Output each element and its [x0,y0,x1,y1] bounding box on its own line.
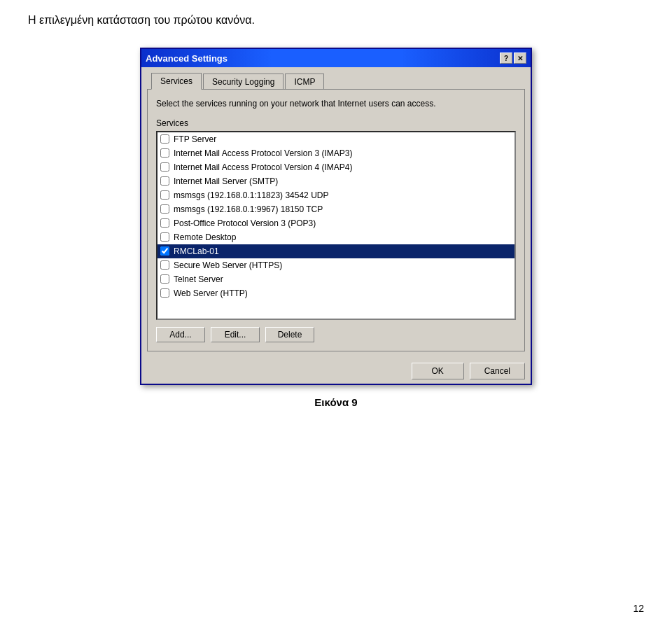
service-checkbox[interactable] [160,204,169,214]
tab-security-logging[interactable]: Security Logging [203,74,284,89]
service-label: Internet Mail Access Protocol Version 3 … [174,148,352,158]
services-tab-panel: Select the services running on your netw… [147,89,525,351]
service-checkbox[interactable] [160,148,169,158]
service-label: msmsgs (192.168.0.1:11823) 34542 UDP [174,190,328,200]
close-button[interactable]: ✕ [514,53,526,64]
service-checkbox[interactable] [160,190,169,200]
service-label: Internet Mail Server (SMTP) [174,176,278,186]
title-bar-buttons: ? ✕ [500,53,526,64]
cancel-button[interactable]: Cancel [470,363,525,379]
advanced-settings-dialog: Advanced Settings ? ✕ Services Security … [140,48,532,385]
tab-bar: Services Security Logging ICMP [147,73,525,89]
delete-button[interactable]: Delete [265,327,314,342]
service-label: Secure Web Server (HTTPS) [174,260,282,270]
service-checkbox[interactable] [160,162,169,172]
services-listbox[interactable]: FTP ServerInternet Mail Access Protocol … [156,131,516,320]
service-label: FTP Server [174,134,216,144]
ok-cancel-row: OK Cancel [141,357,531,384]
service-label: Web Server (HTTP) [174,288,248,298]
service-checkbox[interactable] [160,288,169,298]
service-checkbox[interactable] [160,260,169,270]
list-item[interactable]: Remote Desktop [158,230,514,244]
dialog-content: Services Security Logging ICMP Select th… [141,67,531,357]
service-checkbox[interactable] [160,246,169,256]
panel-description: Select the services running on your netw… [156,98,516,110]
dialog-title: Advanced Settings [146,53,227,64]
service-checkbox[interactable] [160,134,169,144]
service-label: msmsgs (192.168.0.1:9967) 18150 TCP [174,204,323,214]
section-label: Services [156,118,516,128]
service-label: Internet Mail Access Protocol Version 4 … [174,162,352,172]
page-number: 12 [633,603,644,614]
help-button[interactable]: ? [500,53,512,64]
list-item[interactable]: Secure Web Server (HTTPS) [158,258,514,272]
list-item[interactable]: msmsgs (192.168.0.1:11823) 34542 UDP [158,188,514,202]
action-buttons-row: Add... Edit... Delete [156,327,516,342]
list-item[interactable]: Internet Mail Server (SMTP) [158,174,514,188]
ok-button[interactable]: OK [412,363,464,379]
service-label: RMCLab-01 [174,246,219,256]
list-item[interactable]: Internet Mail Access Protocol Version 4 … [158,160,514,174]
title-bar: Advanced Settings ? ✕ [141,49,531,67]
add-button[interactable]: Add... [156,327,205,342]
service-label: Telnet Server [174,274,223,284]
edit-button[interactable]: Edit... [211,327,260,342]
list-item[interactable]: FTP Server [158,132,514,146]
service-label: Remote Desktop [174,232,236,242]
service-checkbox[interactable] [160,218,169,228]
service-label: Post-Office Protocol Version 3 (POP3) [174,218,316,228]
list-item[interactable]: Web Server (HTTP) [158,286,514,300]
tab-icmp[interactable]: ICMP [285,74,324,89]
intro-text: Η επιλεγμένη κατάσταση του πρώτου κανόνα… [28,14,644,27]
list-item[interactable]: Internet Mail Access Protocol Version 3 … [158,146,514,160]
list-item[interactable]: Telnet Server [158,272,514,286]
service-checkbox[interactable] [160,176,169,186]
service-checkbox[interactable] [160,232,169,242]
tab-services[interactable]: Services [151,73,202,90]
service-checkbox[interactable] [160,274,169,284]
list-item[interactable]: RMCLab-01 [158,244,514,258]
list-item[interactable]: Post-Office Protocol Version 3 (POP3) [158,216,514,230]
list-item[interactable]: msmsgs (192.168.0.1:9967) 18150 TCP [158,202,514,216]
caption: Εικόνα 9 [314,396,357,408]
